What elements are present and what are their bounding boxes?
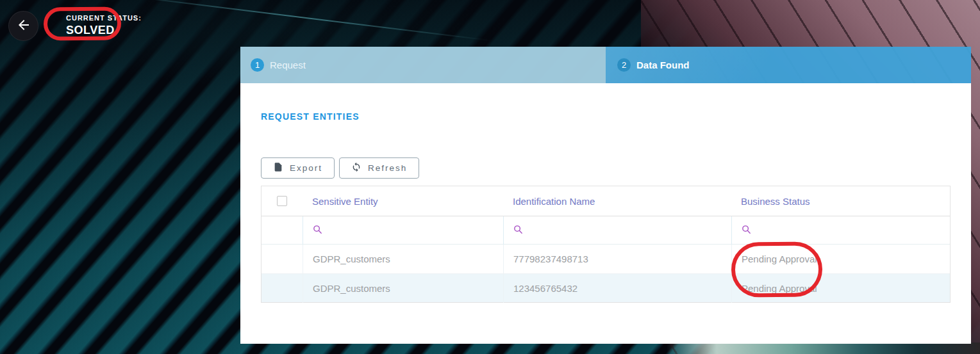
- row-select-cell: [262, 245, 303, 273]
- tab-data-found-label: Data Found: [636, 60, 690, 70]
- step-1-badge: 1: [251, 58, 264, 72]
- background-glass-strip: [667, 342, 980, 354]
- sync-icon: [351, 162, 361, 174]
- cell-business-status: Pending Approval: [731, 274, 950, 303]
- table-header-row: Sensitive Entity Identification Name Bus…: [262, 186, 950, 216]
- request-panel: 1 Request 2 Data Found REQUEST ENTITIES …: [240, 47, 971, 344]
- filter-input-sensitive-entity[interactable]: [303, 216, 503, 245]
- magnifier-icon[interactable]: [513, 224, 524, 237]
- row-select-cell: [262, 274, 303, 303]
- export-button[interactable]: Export: [261, 157, 335, 179]
- tab-data-found[interactable]: 2 Data Found: [606, 47, 971, 83]
- cell-sensitive-entity: GDPR_customers: [303, 274, 503, 303]
- cell-sensitive-entity: GDPR_customers: [303, 245, 503, 273]
- wizard-steps: 1 Request 2 Data Found: [240, 47, 971, 83]
- table-row[interactable]: GDPR_customers 77798237498713 Pending Ap…: [262, 245, 950, 273]
- select-all-checkbox[interactable]: [277, 196, 287, 206]
- back-button[interactable]: [8, 11, 38, 41]
- filter-input-identification-name[interactable]: [503, 216, 731, 245]
- table-filter-row: [262, 216, 950, 245]
- table-row[interactable]: GDPR_customers 123456765432 Pending Appr…: [262, 273, 950, 302]
- cell-business-status: Pending Approval: [731, 245, 950, 273]
- filter-input-business-status[interactable]: [731, 216, 950, 245]
- cell-identification-name: 123456765432: [503, 274, 731, 303]
- document-icon: [273, 162, 283, 174]
- export-button-label: Export: [290, 163, 322, 173]
- current-status-label: CURRENT STATUS:: [66, 14, 142, 22]
- select-all-cell: [262, 196, 303, 206]
- request-entities-table: Sensitive Entity Identification Name Bus…: [261, 186, 951, 303]
- column-header-business-status[interactable]: Business Status: [731, 196, 950, 207]
- filter-cell-empty: [262, 216, 303, 245]
- arrow-left-icon: [16, 17, 31, 35]
- section-title: REQUEST ENTITIES: [261, 111, 360, 122]
- magnifier-icon[interactable]: [312, 224, 323, 237]
- refresh-button-label: Refresh: [368, 163, 407, 173]
- column-header-identification-name[interactable]: Identification Name: [503, 196, 731, 207]
- screen: CURRENT STATUS: SOLVED 1 Request 2 Data …: [0, 0, 980, 354]
- tab-request[interactable]: 1 Request: [240, 47, 606, 83]
- refresh-button[interactable]: Refresh: [339, 157, 419, 179]
- current-status-value: SOLVED: [66, 24, 142, 37]
- toolbar: Export Refresh: [261, 157, 419, 179]
- tab-request-label: Request: [270, 60, 306, 70]
- panel-content: REQUEST ENTITIES Export Refresh: [240, 83, 971, 344]
- column-header-sensitive-entity[interactable]: Sensitive Entity: [303, 196, 503, 207]
- current-status-block: CURRENT STATUS: SOLVED: [66, 14, 142, 37]
- step-2-badge: 2: [617, 58, 631, 72]
- cell-identification-name: 77798237498713: [503, 245, 731, 273]
- magnifier-icon[interactable]: [741, 224, 752, 237]
